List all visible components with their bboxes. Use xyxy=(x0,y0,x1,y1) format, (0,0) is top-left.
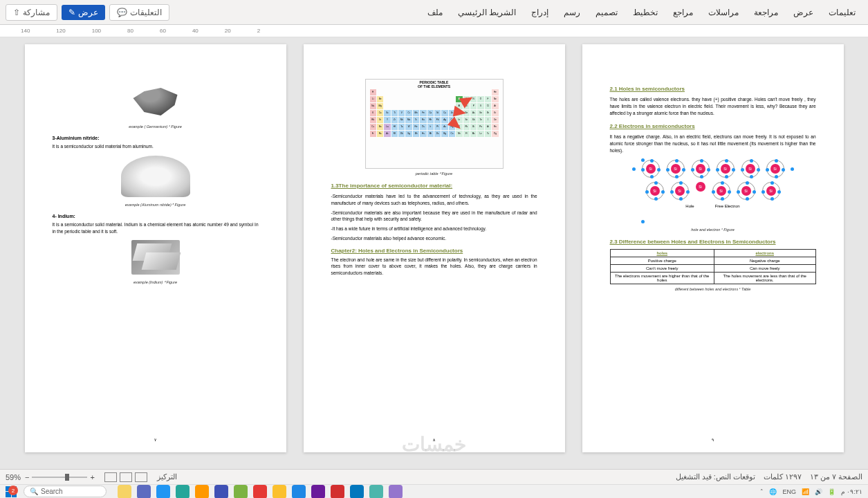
zoom-slider[interactable] xyxy=(32,477,87,478)
zoom-out-icon[interactable]: − xyxy=(25,473,29,481)
tab-review[interactable]: مراجعة xyxy=(747,3,785,21)
app-icon[interactable] xyxy=(234,485,248,499)
windows-taskbar: 🔍 Search ˄ 🌐 ENG 📶 🔊 🔋 ٠٩:٢١ م xyxy=(0,484,868,498)
periodic-title-2: OF THE ELEMENTS xyxy=(418,84,450,89)
search-icon: 🔍 xyxy=(30,488,38,495)
aln-caption: example (Aluminum nitride) ³ Figure xyxy=(53,203,259,207)
page-position[interactable]: الصفحة ٧ من ١٣ xyxy=(810,472,862,481)
app-icon[interactable] xyxy=(253,485,267,499)
germanium-image xyxy=(128,84,183,119)
table-caption: different between holes and electrons ¹ … xyxy=(610,287,816,291)
tab-draw[interactable]: رسم xyxy=(557,3,587,21)
text-21: The holes are called valence electrons. … xyxy=(610,96,816,116)
status-bar: 59% − + التركيز توقعات النص: قيد التشغيل… xyxy=(0,469,868,484)
print-layout-icon[interactable] xyxy=(120,472,132,482)
app-icon[interactable] xyxy=(350,485,364,499)
heading-indium: 4- Indium: xyxy=(53,214,259,219)
ruler-mark: 20 xyxy=(225,28,231,34)
read-mode-icon[interactable] xyxy=(104,472,117,482)
difference-table: holeselectrons Positive chargeNegative c… xyxy=(610,249,816,284)
app-icon[interactable] xyxy=(137,485,151,499)
taskbar-apps xyxy=(118,485,403,499)
periodic-caption: periodic table ⁴ Figure xyxy=(331,172,537,176)
app-icon[interactable] xyxy=(369,485,383,499)
zoom-control[interactable]: − + xyxy=(25,473,95,481)
lattice-caption: hole and electron ¹ Figure xyxy=(610,228,816,232)
tab-design[interactable]: تصميم xyxy=(589,3,625,21)
app-icon[interactable] xyxy=(273,485,286,499)
tab-home[interactable]: الشريط الرئيسي xyxy=(451,3,523,21)
tray-network-icon[interactable]: 🌐 xyxy=(769,488,777,495)
document-area[interactable]: example ( Germanium) ² Figure 3-Aluminiu… xyxy=(0,37,868,480)
share-label: مشاركة xyxy=(23,8,50,17)
word-count[interactable]: ١٢٩٧ كلمات xyxy=(764,472,802,481)
ribbon-tabs: ملف الشريط الرئيسي إدراج رسم تصميم تخطيط… xyxy=(421,3,862,21)
tab-references[interactable]: مراجع xyxy=(666,3,700,21)
page-number: ٧ xyxy=(154,437,156,442)
tray-wifi-icon[interactable]: 📶 xyxy=(802,488,809,495)
td: The electrons movement are higher than t… xyxy=(610,272,714,284)
share-icon: ⇧ xyxy=(13,8,20,17)
lattice-diagram: Si Si Si Si Si Si Si Si Si Si Si Si Hole… xyxy=(634,160,793,222)
bullet-2: -Semiconductor materials are also import… xyxy=(331,210,537,223)
comment-icon: 💬 xyxy=(117,8,127,17)
tab-help[interactable]: تعليمات xyxy=(822,3,862,21)
ruler-mark: 100 xyxy=(92,28,101,34)
ribbon-toolbar: ⇧ مشاركة ✎ عرض 💬 التعليقات ملف الشريط ال… xyxy=(0,0,868,25)
web-layout-icon[interactable] xyxy=(135,472,147,482)
tab-file[interactable]: ملف xyxy=(421,3,450,21)
bullet-3: -It has a wide future in terms of artifi… xyxy=(331,225,537,232)
heading-chapter2: Chapter2: Holes and Electrons in Semicon… xyxy=(331,248,537,254)
app-icon[interactable] xyxy=(176,485,190,499)
comments-button[interactable]: 💬 التعليقات xyxy=(109,4,169,21)
app-icon[interactable] xyxy=(214,485,228,499)
td: Can move freely xyxy=(714,264,815,272)
share-button[interactable]: ⇧ مشاركة xyxy=(6,4,57,21)
text-prediction[interactable]: توقعات النص: قيد التشغيل xyxy=(676,472,755,481)
periodic-table-image: PERIODIC TABLE OF THE ELEMENTS HHe LiBeB… xyxy=(365,79,504,169)
app-icon[interactable] xyxy=(331,485,344,499)
zoom-in-icon[interactable]: + xyxy=(90,473,94,481)
tab-insert[interactable]: إدراج xyxy=(524,3,555,21)
notification-badge[interactable]: 2 xyxy=(8,486,18,495)
app-icon[interactable] xyxy=(156,485,170,499)
app-icon[interactable] xyxy=(311,485,325,499)
text-chapter2: The electron and hole are same in the si… xyxy=(331,257,537,277)
aln-image xyxy=(121,156,190,197)
horizontal-ruler[interactable]: 140 120 100 80 60 40 20 2 xyxy=(0,25,868,37)
clock[interactable]: ٠٩:٢١ م xyxy=(841,488,862,495)
page-number: ٩ xyxy=(712,437,714,442)
indium-image xyxy=(131,240,180,275)
focus-button[interactable]: التركيز xyxy=(157,472,177,481)
display-button[interactable]: ✎ عرض xyxy=(62,5,105,20)
th-electrons: electrons xyxy=(714,249,815,257)
tab-mailings[interactable]: مراسلات xyxy=(701,3,746,21)
label-free-electron: Free Electron xyxy=(715,204,740,208)
text-indium: It is a semiconductor solid material. In… xyxy=(53,221,259,235)
heading-23: 2.3 Difference between Holes and Electro… xyxy=(610,239,816,245)
language-indicator[interactable]: ENG xyxy=(782,488,796,495)
ruler-mark: 60 xyxy=(160,28,166,34)
ruler-mark: 2 xyxy=(257,28,260,34)
taskbar-search[interactable]: 🔍 Search xyxy=(24,486,107,497)
app-icon[interactable] xyxy=(195,485,209,499)
tray-battery-icon[interactable]: 🔋 xyxy=(828,488,835,495)
tab-view[interactable]: عرض xyxy=(786,3,820,21)
zoom-level: 59% xyxy=(6,473,21,481)
label-hole: Hole xyxy=(685,204,694,208)
text-aln: It is a semiconductor solid material fro… xyxy=(53,143,259,150)
page-9: 2.1 Holes in semiconductors The holes ar… xyxy=(582,44,844,452)
ruler-mark: 120 xyxy=(56,28,65,34)
periodic-title: PERIODIC TABLE OF THE ELEMENTS xyxy=(418,81,450,89)
text-22: It has a negative charge. Also, in an el… xyxy=(610,133,816,154)
heading-importance: 1.3The importance of semiconductor mater… xyxy=(331,183,537,189)
heading-aln: 3-Aluminium nitride: xyxy=(53,136,259,140)
tray-volume-icon[interactable]: 🔊 xyxy=(815,488,822,495)
ruler-mark: 40 xyxy=(192,28,198,34)
page-7: example ( Germanium) ² Figure 3-Aluminiu… xyxy=(25,44,286,452)
app-icon[interactable] xyxy=(292,485,306,499)
app-icon[interactable] xyxy=(389,485,403,499)
tray-chevron-icon[interactable]: ˄ xyxy=(760,488,764,495)
app-icon[interactable] xyxy=(118,485,131,499)
tab-layout[interactable]: تخطيط xyxy=(626,3,665,21)
